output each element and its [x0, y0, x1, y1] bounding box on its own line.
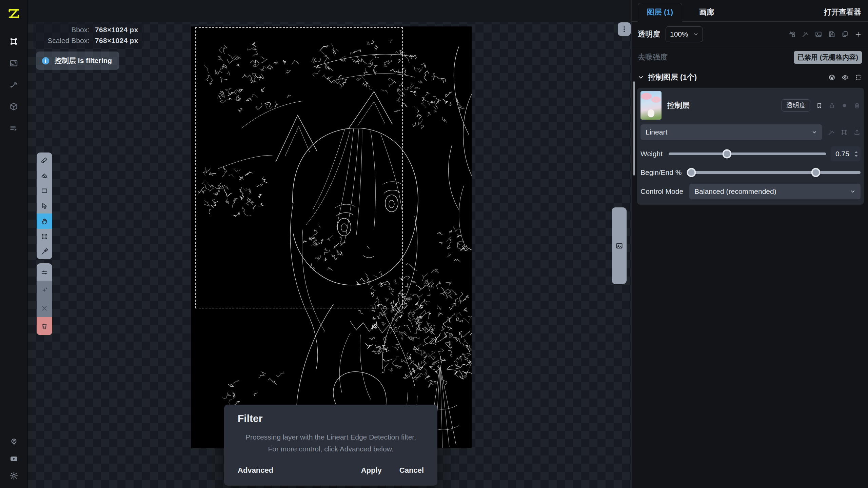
control-mode-label: Control Mode	[640, 187, 683, 196]
workflow-curve-icon	[9, 80, 18, 89]
tab-gallery[interactable]: 画廊	[690, 3, 723, 21]
panel-scrollbar[interactable]	[633, 81, 635, 176]
filter-settings-button[interactable]	[37, 263, 52, 281]
collapse-chevron-icon[interactable]	[638, 74, 644, 80]
advanced-button[interactable]: Advanced	[238, 464, 273, 477]
apply-button[interactable]: Apply	[361, 464, 382, 477]
queue-list-icon	[9, 124, 18, 133]
dot-icon[interactable]	[841, 102, 848, 109]
open-viewer-button[interactable]: 打开查看器	[824, 3, 863, 21]
chevron-down-icon	[850, 189, 855, 194]
transform-canvas-icon	[9, 37, 18, 46]
shapes-merge-icon[interactable]	[788, 30, 796, 38]
process-button-disabled	[37, 281, 52, 299]
transform-icon	[41, 233, 48, 240]
tool-palette	[37, 152, 52, 335]
opacity-select[interactable]: 100%	[666, 26, 703, 42]
opacity-row: 透明度 100%	[632, 22, 868, 47]
rail-item-queue[interactable]	[6, 120, 22, 136]
canvas-viewport[interactable]: 54% Bbox: 768×1024 px Scaled Bbox: 768×1…	[28, 0, 631, 488]
settings-button[interactable]	[6, 468, 21, 483]
bbox-value: 768×1024 px	[95, 26, 138, 34]
gallery-pullout-handle[interactable]	[612, 207, 627, 284]
control-mode-value: Balanced (recommended)	[694, 187, 776, 196]
rail-item-upscale[interactable]	[6, 55, 22, 71]
control-layers-actions	[828, 74, 862, 81]
save-icon[interactable]	[828, 30, 835, 38]
trash-icon	[41, 323, 48, 330]
select-tool-button[interactable]	[37, 198, 52, 214]
youtube-button[interactable]	[6, 451, 21, 466]
rect-tool-button[interactable]	[37, 183, 52, 198]
dialog-footer: Advanced Apply Cancel	[238, 464, 424, 477]
weight-numbox[interactable]: 0.75	[831, 146, 861, 161]
layer-name: 控制层	[667, 100, 690, 110]
upload-icon[interactable]	[853, 129, 861, 136]
left-rail	[0, 0, 28, 488]
denoise-disabled-badge: 已禁用 (无栅格内容)	[794, 51, 862, 64]
generation-bbox[interactable]	[195, 27, 403, 308]
filtering-toast: 控制层 is filtering	[36, 52, 119, 70]
layer-opacity-button[interactable]: 透明度	[782, 99, 810, 111]
eraser-tool-button[interactable]	[37, 168, 52, 183]
preprocessor-row: Lineart	[640, 124, 861, 140]
opacity-label: 透明度	[638, 29, 660, 39]
models-cube-icon	[9, 102, 18, 111]
preprocessor-select[interactable]: Lineart	[640, 124, 822, 140]
fit-bbox-icon[interactable]	[855, 74, 862, 81]
rail-item-workflows[interactable]	[6, 77, 22, 93]
invoke-logo-icon[interactable]	[6, 5, 22, 22]
settings-gear-icon	[9, 471, 18, 480]
weight-slider[interactable]	[669, 149, 826, 159]
chevron-down-icon	[812, 129, 817, 135]
brush-icon	[41, 157, 48, 164]
layer-action-group	[37, 263, 52, 335]
control-mode-select[interactable]: Balanced (recommended)	[689, 184, 861, 199]
chevron-down-icon	[693, 32, 698, 37]
hand-tool-button[interactable]	[37, 214, 52, 229]
preprocessor-actions	[828, 129, 861, 136]
canvas-menu-button[interactable]	[618, 22, 631, 36]
image-frame-icon[interactable]	[815, 30, 822, 38]
begin-end-slider[interactable]	[688, 168, 861, 177]
trash-icon[interactable]	[853, 102, 861, 109]
duplicate-icon[interactable]	[841, 30, 849, 38]
eyedropper-icon	[41, 248, 48, 256]
magic-wand-icon[interactable]	[802, 30, 809, 38]
rail-item-canvas[interactable]	[6, 33, 22, 49]
filter-dialog: Filter Processing layer with the Lineart…	[224, 405, 437, 486]
begin-handle[interactable]	[687, 168, 696, 177]
denoise-label: 去噪强度	[638, 52, 668, 62]
app-window: 54% Bbox: 768×1024 px Scaled Bbox: 768×1…	[0, 0, 868, 488]
support-button[interactable]	[6, 434, 21, 449]
lock-icon[interactable]	[828, 102, 835, 109]
layer-thumbnail[interactable]	[640, 91, 662, 120]
rail-item-models[interactable]	[6, 98, 22, 115]
dots-vertical-icon	[620, 25, 628, 33]
bookmark-icon[interactable]	[816, 102, 823, 109]
delete-layer-button[interactable]	[37, 317, 52, 335]
stepper-down[interactable]	[854, 155, 858, 157]
weight-row: Weight 0.75	[640, 146, 861, 161]
begin-end-row: Begin/End %	[640, 168, 861, 177]
layers-stack-icon[interactable]	[828, 74, 835, 81]
control-layer-card[interactable]: 控制层 透明度 Lineart	[637, 88, 864, 205]
magic-wand-icon[interactable]	[828, 129, 835, 136]
eyedropper-tool-button[interactable]	[37, 244, 52, 259]
brush-tool-button[interactable]	[37, 152, 52, 168]
weight-label: Weight	[640, 150, 663, 158]
transform-tool-button[interactable]	[37, 229, 52, 244]
add-layer-icon[interactable]	[854, 30, 862, 38]
opacity-value: 100%	[670, 30, 688, 38]
cancel-button[interactable]: Cancel	[399, 464, 424, 477]
youtube-icon	[9, 454, 18, 463]
stepper-up[interactable]	[854, 151, 858, 153]
eye-visibility-icon[interactable]	[842, 74, 849, 81]
transform-icon[interactable]	[841, 129, 848, 136]
dialog-title: Filter	[238, 413, 424, 424]
rail-bottom	[6, 434, 21, 483]
end-handle[interactable]	[811, 168, 820, 177]
hand-icon	[41, 218, 48, 225]
tab-layers[interactable]: 图层 (1)	[638, 3, 682, 22]
weight-slider-handle[interactable]	[722, 149, 731, 159]
